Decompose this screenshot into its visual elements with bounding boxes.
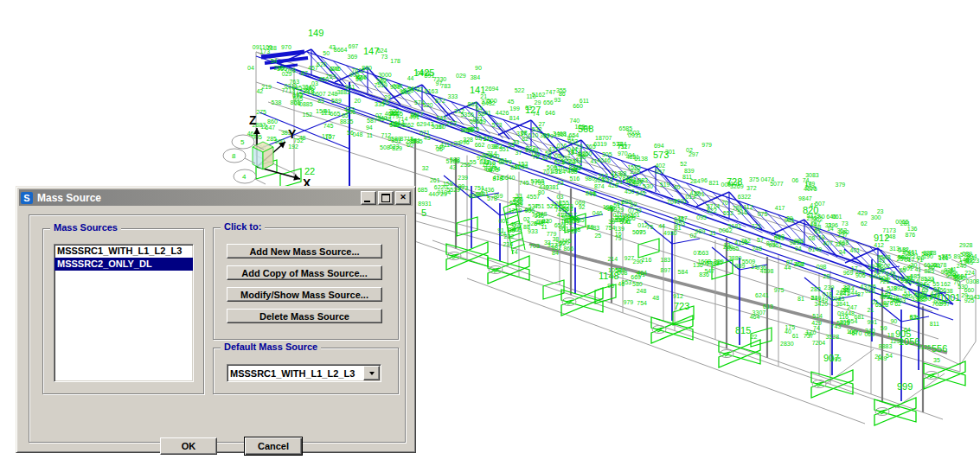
dialog-title: Mass Source (37, 192, 101, 204)
svg-text:518: 518 (887, 285, 898, 291)
svg-text:5: 5 (240, 138, 245, 146)
svg-text:04: 04 (247, 65, 254, 71)
svg-text:54: 54 (811, 295, 818, 301)
svg-text:610: 610 (528, 132, 539, 138)
node-label: 999 (897, 381, 913, 392)
svg-text:754: 754 (637, 300, 647, 306)
svg-text:800: 800 (840, 319, 850, 325)
svg-text:681: 681 (855, 314, 865, 320)
ok-button[interactable]: OK (160, 437, 217, 455)
svg-text:821: 821 (709, 180, 720, 186)
close-button[interactable]: ✕ (395, 191, 411, 205)
svg-text:407: 407 (823, 240, 833, 246)
svg-text:26: 26 (874, 354, 881, 360)
svg-text:629: 629 (416, 121, 426, 127)
svg-text:9091: 9091 (674, 198, 688, 204)
svg-text:83: 83 (317, 98, 324, 104)
svg-text:90: 90 (890, 318, 897, 324)
svg-text:872: 872 (435, 98, 445, 104)
svg-text:075: 075 (758, 211, 768, 217)
svg-text:11: 11 (367, 132, 373, 138)
svg-text:175: 175 (322, 133, 332, 139)
svg-text:753: 753 (326, 73, 336, 80)
dialog-titlebar[interactable]: S Mass Source ✕ (19, 189, 413, 206)
default-mass-source-combo[interactable]: MSSSRC1_WITH_L1_L2_L3 (227, 364, 381, 382)
svg-text:70: 70 (721, 200, 728, 206)
svg-text:23: 23 (877, 208, 884, 214)
svg-text:038: 038 (487, 144, 497, 150)
svg-text:5640: 5640 (502, 175, 516, 181)
svg-text:04: 04 (795, 246, 802, 252)
combo-dropdown-button[interactable] (363, 366, 380, 380)
svg-text:74: 74 (813, 325, 820, 331)
maximize-button[interactable] (378, 191, 394, 205)
node-label: 149 (308, 28, 323, 38)
svg-text:73: 73 (842, 220, 849, 227)
svg-text:86: 86 (928, 264, 935, 270)
svg-text:016: 016 (557, 143, 567, 149)
svg-text:136: 136 (907, 226, 918, 232)
minimize-button[interactable] (361, 191, 376, 205)
svg-text:239: 239 (824, 284, 835, 290)
add-new-mass-source-button[interactable]: Add New Mass Source... (227, 244, 382, 259)
svg-text:095: 095 (696, 214, 707, 220)
cancel-button[interactable]: Cancel (244, 437, 303, 456)
svg-text:44: 44 (785, 265, 791, 271)
svg-text:4158: 4158 (565, 167, 579, 173)
list-item-msssrc1[interactable]: MSSSRC1_WITH_L1_L2_L3 (54, 245, 193, 258)
svg-text:261: 261 (964, 255, 975, 261)
svg-text:613: 613 (763, 303, 773, 310)
svg-text:14: 14 (537, 219, 544, 225)
modify-show-mass-source-button[interactable]: Modify/Show Mass Source... (227, 287, 382, 302)
svg-text:87: 87 (857, 291, 864, 297)
support-icon (561, 288, 603, 316)
svg-text:173: 173 (259, 48, 270, 54)
svg-text:532: 532 (389, 122, 400, 128)
svg-text:44: 44 (810, 221, 817, 227)
svg-text:0931: 0931 (628, 132, 642, 138)
svg-text:665: 665 (330, 111, 341, 117)
svg-text:2244: 2244 (569, 158, 583, 164)
svg-text:8279: 8279 (498, 159, 512, 165)
svg-text:580: 580 (632, 281, 643, 287)
svg-text:88: 88 (620, 170, 627, 176)
dialog-body-panel: Mass Sources MSSSRC1_WITH_L1_L2_L3 MSSSR… (29, 214, 406, 443)
svg-text:5356: 5356 (460, 112, 474, 118)
svg-text:261: 261 (430, 177, 440, 183)
svg-text:344: 344 (848, 290, 858, 296)
svg-text:5368: 5368 (531, 178, 545, 184)
svg-text:33: 33 (512, 139, 519, 145)
delete-mass-source-button[interactable]: Delete Mass Source (227, 309, 382, 323)
svg-text:428: 428 (608, 182, 618, 188)
svg-text:384: 384 (470, 74, 480, 80)
mass-sources-list[interactable]: MSSSRC1_WITH_L1_L2_L3 MSSSRC2_ONLY_DL (54, 244, 194, 382)
svg-text:0885: 0885 (299, 101, 313, 107)
svg-text:079: 079 (543, 133, 554, 139)
svg-text:538: 538 (272, 99, 282, 105)
svg-text:980: 980 (898, 254, 908, 260)
list-item-msssrc2[interactable]: MSSSRC2_ONLY_DL (54, 258, 193, 271)
add-copy-mass-source-button[interactable]: Add Copy of Mass Source... (227, 265, 382, 280)
chevron-down-icon (369, 372, 375, 375)
svg-text:75: 75 (615, 235, 622, 241)
svg-text:046: 046 (592, 210, 603, 216)
svg-text:094: 094 (393, 83, 403, 89)
grid-bubble: 4 (234, 169, 266, 184)
svg-text:712: 712 (381, 132, 392, 138)
svg-text:06: 06 (791, 177, 798, 183)
svg-text:906: 906 (346, 109, 356, 115)
svg-text:448: 448 (844, 310, 855, 316)
svg-text:332: 332 (881, 277, 891, 283)
close-icon: ✕ (396, 192, 410, 204)
svg-text:2390: 2390 (918, 296, 932, 302)
svg-text:530: 530 (643, 183, 653, 189)
svg-text:701: 701 (543, 169, 554, 175)
svg-text:623: 623 (389, 144, 400, 150)
svg-text:866: 866 (563, 246, 573, 252)
svg-text:3468: 3468 (553, 131, 567, 137)
svg-text:94: 94 (366, 124, 373, 131)
mass-sources-group: Mass Sources MSSSRC1_WITH_L1_L2_L3 MSSSR… (42, 228, 204, 394)
svg-text:29: 29 (440, 191, 447, 197)
svg-text:440: 440 (539, 184, 549, 190)
svg-text:44: 44 (658, 223, 665, 229)
